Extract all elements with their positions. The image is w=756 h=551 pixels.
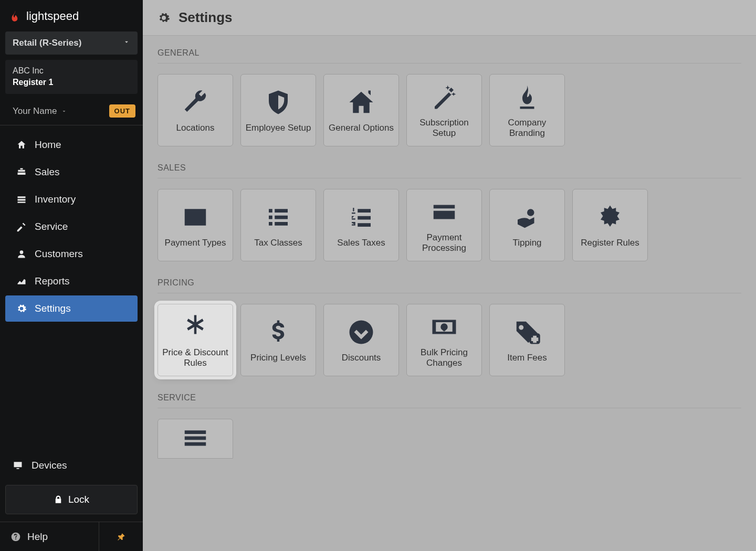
tile-service-partial[interactable]	[158, 419, 233, 459]
nav-label: Sales	[35, 166, 60, 178]
tile-label: Payment Types	[165, 238, 226, 248]
house-icon	[346, 87, 376, 118]
register-icon	[16, 166, 27, 178]
tile-pricing-levels[interactable]: Pricing Levels	[240, 304, 316, 376]
user-row: Your Name OUT	[0, 99, 143, 125]
tile-label: Subscription Setup	[410, 118, 478, 139]
tile-general-options[interactable]: General Options	[323, 74, 399, 146]
flame-icon	[512, 82, 542, 112]
tile-price-discount-rules[interactable]: Price & Discount Rules	[158, 304, 233, 376]
tile-label: Locations	[176, 123, 215, 133]
section-title: SALES	[158, 163, 741, 178]
section-sales: SALES Payment Types Tax Classes Sales Ta…	[143, 151, 756, 266]
tile-label: Discounts	[342, 353, 381, 363]
chevron-circle-icon	[346, 317, 376, 347]
card-icon	[429, 197, 459, 227]
help-icon	[10, 532, 21, 542]
chart-icon	[16, 276, 27, 287]
tile-label: Tax Classes	[254, 238, 302, 248]
monitor-icon	[13, 460, 24, 471]
out-badge[interactable]: OUT	[109, 104, 135, 118]
tile-register-rules[interactable]: Register Rules	[572, 189, 648, 261]
section-pricing: PRICING Price & Discount Rules Pricing L…	[143, 266, 756, 380]
nav-label: Settings	[35, 303, 71, 314]
page-title: Settings	[178, 9, 233, 26]
section-title: PRICING	[158, 278, 741, 293]
tile-label: Tipping	[512, 238, 541, 248]
shield-icon	[263, 87, 293, 118]
lock-button[interactable]: Lock	[5, 485, 138, 514]
main-area: Settings GENERAL Locations Employee Setu…	[143, 0, 756, 551]
tile-label: Payment Processing	[410, 232, 478, 254]
nav-item-reports[interactable]: Reports	[5, 268, 138, 294]
caret-down-icon	[123, 38, 130, 48]
tile-item-fees[interactable]: Item Fees	[489, 304, 565, 376]
lock-icon	[54, 495, 63, 504]
section-service: SERVICE	[143, 380, 756, 459]
brand-logo[interactable]: lightspeed	[0, 0, 143, 31]
tile-label: General Options	[329, 123, 394, 133]
nav-item-settings[interactable]: Settings	[5, 295, 138, 322]
pin-icon	[117, 532, 126, 542]
tile-payment-processing[interactable]: Payment Processing	[406, 189, 482, 261]
home-icon	[16, 139, 27, 151]
tile-subscription-setup[interactable]: Subscription Setup	[406, 74, 482, 146]
lock-label: Lock	[68, 494, 89, 505]
tile-tipping[interactable]: Tipping	[489, 189, 565, 261]
tile-label: Sales Taxes	[337, 238, 385, 248]
hammer-icon	[16, 221, 27, 232]
tile-discounts[interactable]: Discounts	[323, 304, 399, 376]
caret-down-icon	[61, 108, 67, 114]
tipping-icon	[512, 202, 542, 232]
tile-employee-setup[interactable]: Employee Setup	[240, 74, 316, 146]
tile-company-branding[interactable]: Company Branding	[489, 74, 565, 146]
gear-icon	[158, 12, 170, 24]
stack-icon	[181, 427, 209, 450]
tile-label: Item Fees	[507, 353, 547, 363]
devices-label: Devices	[32, 460, 67, 471]
sidebar: lightspeed Retail (R-Series) ABC Inc Reg…	[0, 0, 143, 551]
nav-label: Inventory	[35, 194, 76, 205]
sidebar-footer: Help	[0, 522, 143, 551]
tile-tax-classes[interactable]: Tax Classes	[240, 189, 316, 261]
starburst-icon	[595, 202, 625, 232]
tile-sales-taxes[interactable]: Sales Taxes	[323, 189, 399, 261]
numbered-list-icon	[346, 202, 376, 232]
section-general: GENERAL Locations Employee Setup General…	[143, 36, 756, 151]
nav-label: Service	[35, 221, 68, 232]
gear-icon	[16, 303, 27, 314]
register-name: Register 1	[13, 77, 130, 88]
tile-label: Employee Setup	[246, 123, 311, 133]
page-header: Settings	[143, 0, 756, 36]
nav-item-home[interactable]: Home	[5, 132, 138, 158]
section-title: SERVICE	[158, 393, 741, 408]
nav-label: Reports	[35, 276, 70, 287]
dollar-icon	[263, 317, 293, 347]
brand-name: lightspeed	[26, 9, 79, 23]
wrench-icon	[180, 87, 211, 118]
tile-label: Price & Discount Rules	[161, 347, 229, 369]
nav-item-service[interactable]: Service	[5, 214, 138, 240]
tile-locations[interactable]: Locations	[158, 74, 233, 146]
help-label: Help	[27, 531, 48, 543]
section-title: GENERAL	[158, 48, 741, 63]
tile-label: Register Rules	[581, 238, 639, 248]
tile-payment-types[interactable]: Payment Types	[158, 189, 233, 261]
nav: Home Sales Inventory Service Customers R…	[0, 125, 143, 328]
nav-item-sales[interactable]: Sales	[5, 159, 138, 185]
product-selector[interactable]: Retail (R-Series)	[5, 31, 138, 55]
company-register-block[interactable]: ABC Inc Register 1	[5, 60, 138, 94]
nav-item-customers[interactable]: Customers	[5, 241, 138, 267]
pin-button[interactable]	[99, 522, 143, 551]
user-name-dropdown[interactable]: Your Name	[13, 106, 67, 116]
tile-label: Pricing Levels	[250, 353, 306, 363]
product-selector-label: Retail (R-Series)	[13, 38, 81, 48]
tile-label: Company Branding	[493, 118, 561, 139]
sidebar-item-devices[interactable]: Devices	[0, 451, 143, 480]
list-icon	[263, 202, 293, 232]
nav-label: Home	[35, 139, 61, 151]
asterisk-icon	[180, 312, 211, 342]
nav-item-inventory[interactable]: Inventory	[5, 186, 138, 213]
help-button[interactable]: Help	[0, 522, 99, 551]
tile-bulk-pricing[interactable]: Bulk Pricing Changes	[406, 304, 482, 376]
